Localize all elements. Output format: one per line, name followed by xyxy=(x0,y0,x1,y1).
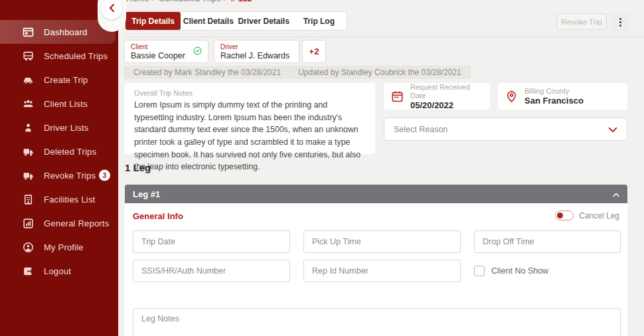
profile-icon xyxy=(23,242,34,253)
logout-icon xyxy=(23,266,34,277)
billing-county-card: Billing County San Francisco xyxy=(498,83,627,110)
kebab-menu-icon[interactable] xyxy=(611,13,629,31)
overall-trip-notes-card: Overall Trip Notes Lorem Ipsum is simply… xyxy=(125,83,375,154)
sidebar-item-driver-lists[interactable]: Driver Lists xyxy=(0,116,118,139)
leg-body: General Info Cancel Leg Client No Show P… xyxy=(125,203,627,336)
select-reason-dropdown[interactable]: Select Reason xyxy=(384,118,627,141)
sidebar-item-label: Dashboard xyxy=(44,27,87,37)
client-no-show-label: Client No Show xyxy=(491,266,548,276)
sidebar-item-label: General Reports xyxy=(44,218,109,228)
dashboard-icon xyxy=(23,27,34,38)
client-chip[interactable]: Client Bassie Cooper xyxy=(124,40,208,63)
sidebar-item-create-trip[interactable]: Create Trip xyxy=(0,68,118,92)
client-no-show-checkbox[interactable] xyxy=(474,266,485,276)
check-circle-icon xyxy=(193,46,202,57)
sidebar-item-revoke-trips[interactable]: Revoke Trips 3 xyxy=(0,163,118,187)
cancel-leg-label: Cancel Leg xyxy=(579,211,619,220)
tab-trip-details[interactable]: Trip Details xyxy=(125,12,181,30)
rep-id-input[interactable] xyxy=(303,260,461,282)
more-participants-chip[interactable]: +2 xyxy=(302,40,326,63)
chevron-left-icon xyxy=(108,3,115,15)
sidebar-item-scheduled-trips[interactable]: Scheduled Trips xyxy=(0,44,118,68)
auth-number-input[interactable] xyxy=(133,260,290,282)
driver-icon xyxy=(23,122,34,133)
chevron-down-icon xyxy=(608,124,617,135)
trip-date-input[interactable] xyxy=(133,230,290,253)
sidebar-item-label: Driver Lists xyxy=(44,123,88,133)
client-chip-label: Client xyxy=(131,43,185,51)
cancel-leg-toggle[interactable] xyxy=(555,210,574,220)
sidebar: Dashboard Scheduled Trips Create Trip Cl… xyxy=(0,0,118,336)
general-info-heading: General Info xyxy=(133,211,621,221)
truck-revoke-icon xyxy=(23,170,34,181)
sidebar-item-label: Facilities List xyxy=(44,195,95,205)
request-received-date-card: Request Received Date 05/20/2022 xyxy=(384,83,490,110)
sidebar-item-my-profile[interactable]: My Profile xyxy=(0,235,118,259)
car-icon xyxy=(23,74,34,86)
request-date-label: Request Received Date xyxy=(410,83,483,100)
sidebar-item-label: My Profile xyxy=(44,242,84,252)
request-date-value: 05/20/2022 xyxy=(410,100,483,110)
leg-panel: Leg #1 General Info Cancel Leg Client No… xyxy=(125,185,627,336)
map-pin-icon xyxy=(505,90,518,103)
dropoff-time-input[interactable] xyxy=(474,230,621,253)
billing-county-label: Billing County xyxy=(524,87,584,96)
sidebar-item-label: Logout xyxy=(44,266,71,276)
driver-chip-value: Rachel J. Edwards xyxy=(220,51,289,60)
building-icon xyxy=(23,194,34,205)
tab-client-details[interactable]: Client Details xyxy=(181,12,236,30)
calendar-icon xyxy=(391,90,404,103)
header-divider xyxy=(125,37,644,37)
client-no-show-cell: Client No Show xyxy=(474,260,621,282)
leg-accordion-header[interactable]: Leg #1 xyxy=(125,185,627,203)
sidebar-item-label: Deleted Trips xyxy=(44,147,96,157)
bus-icon xyxy=(23,50,34,62)
breadcrumb: Home > Scheduled Trips > # 112 xyxy=(126,0,252,3)
sidebar-item-label: Create Trip xyxy=(44,75,88,85)
notes-text: Lorem Ipsum is simply dummy text of the … xyxy=(134,99,366,173)
leg-title: Leg #1 xyxy=(133,189,613,199)
leg-notes-textarea[interactable] xyxy=(133,308,621,336)
sidebar-item-label: Revoke Trips xyxy=(44,171,96,181)
general-info-fields: Client No Show xyxy=(133,230,621,282)
detail-tabs: Trip Details Client Details Driver Detai… xyxy=(125,11,347,31)
sidebar-item-deleted-trips[interactable]: Deleted Trips xyxy=(0,139,118,163)
notes-label: Overall Trip Notes xyxy=(134,89,366,97)
updated-by-text: Updated by Standley Coubrick the 03/28/2… xyxy=(298,68,461,77)
tab-trip-log[interactable]: Trip Log xyxy=(291,12,347,30)
driver-chip[interactable]: Driver Rachel J. Edwards xyxy=(214,40,299,63)
sidebar-item-general-reports[interactable]: General Reports xyxy=(0,211,118,235)
toggle-knob xyxy=(557,212,563,218)
cancel-leg-control: Cancel Leg xyxy=(555,210,619,220)
client-chip-value: Bassie Cooper xyxy=(131,51,185,60)
chevron-up-icon xyxy=(613,188,619,200)
revoke-trip-button[interactable]: Revoke Trip xyxy=(556,13,607,30)
sidebar-item-label: Scheduled Trips xyxy=(44,51,108,61)
people-icon xyxy=(23,98,34,110)
breadcrumb-current: # 112 xyxy=(231,0,252,3)
driver-chip-label: Driver xyxy=(220,43,289,51)
billing-county-value: San Francisco xyxy=(524,96,584,106)
sidebar-item-facilities-list[interactable]: Facilities List xyxy=(0,187,118,211)
sidebar-item-logout[interactable]: Logout xyxy=(0,259,118,283)
breadcrumb-path[interactable]: Home > Scheduled Trips > xyxy=(126,0,228,3)
trip-meta-bar: Created by Mark Standley the 03/28/2021 … xyxy=(124,66,471,79)
truck-icon xyxy=(23,146,34,157)
tab-driver-details[interactable]: Driver Details xyxy=(236,12,291,30)
legs-count-heading: 1 Leg xyxy=(125,162,151,173)
sidebar-item-client-lists[interactable]: Client Lists xyxy=(0,92,118,116)
created-by-text: Created by Mark Standley the 03/28/2021 xyxy=(133,68,281,77)
sidebar-item-dashboard[interactable]: Dashboard xyxy=(0,20,116,44)
main-content: Home > Scheduled Trips > # 112 Trip Deta… xyxy=(118,0,644,336)
chart-icon xyxy=(23,218,34,229)
pickup-time-input[interactable] xyxy=(303,230,461,253)
select-reason-placeholder: Select Reason xyxy=(394,125,608,134)
sidebar-item-label: Client Lists xyxy=(44,99,88,109)
revoke-trips-badge: 3 xyxy=(99,170,110,181)
